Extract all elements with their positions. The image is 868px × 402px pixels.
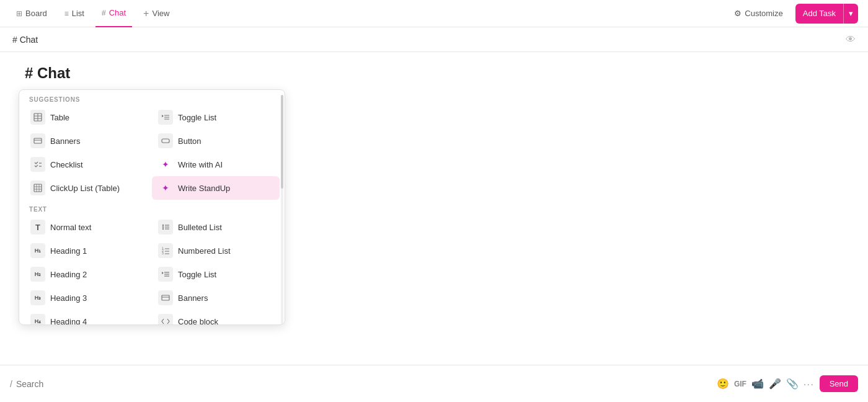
input-bar: / 🙂 GIF 📹 🎤 📎 ··· Send [0, 365, 868, 402]
add-task-main[interactable]: Add Task [795, 4, 843, 24]
suggestion-write-standup[interactable]: ✦ Write StandUp [152, 176, 280, 200]
suggestion-clickup-table[interactable]: ClickUp List (Table) [24, 176, 152, 200]
scrollbar-track [281, 95, 283, 325]
heading1-icon: H₁ [30, 243, 45, 258]
checklist-icon [30, 157, 45, 172]
nav-board[interactable]: ⊞ Board [10, 0, 53, 27]
checklist-label: Checklist [50, 160, 83, 169]
add-task-label: Add Task [803, 9, 836, 18]
suggestion-write-ai[interactable]: ✦ Write with AI [152, 153, 280, 176]
eye-icon[interactable]: 👁 [846, 34, 856, 45]
dropdown-scrollbar[interactable] [281, 90, 283, 324]
send-button[interactable]: Send [820, 375, 858, 392]
text-heading2[interactable]: H₂ Heading 2 [24, 262, 152, 286]
chat-label: Chat [109, 8, 126, 17]
text-bulleted[interactable]: Bulleted List [152, 215, 280, 239]
suggestion-table[interactable]: Table [24, 105, 152, 129]
text-normal[interactable]: T Normal text [24, 215, 152, 239]
breadcrumb-title: # Chat [12, 35, 38, 45]
bulleted-label: Bulleted List [178, 223, 222, 232]
numbered-icon: 1.2.3. [158, 243, 173, 258]
toggle2-icon [158, 267, 173, 282]
heading4-icon: H₄ [30, 314, 45, 325]
customize-button[interactable]: ⚙ Customize [728, 6, 789, 21]
suggestion-banners[interactable]: Banners [24, 129, 152, 153]
heading4-label: Heading 4 [50, 317, 87, 326]
more-icon[interactable]: ··· [804, 379, 815, 389]
text-heading1[interactable]: H₁ Heading 1 [24, 239, 152, 262]
svg-rect-13 [34, 184, 42, 192]
list-label: List [72, 9, 84, 18]
gear-icon: ⚙ [734, 9, 742, 18]
video-icon[interactable]: 📹 [751, 378, 764, 390]
add-task-dropdown[interactable]: ▾ [844, 4, 858, 24]
mic-icon[interactable]: 🎤 [769, 378, 781, 390]
banners-icon [30, 133, 45, 148]
page-heading: # Chat [25, 65, 843, 82]
table-label: Table [50, 113, 69, 122]
heading2-label: Heading 2 [50, 270, 87, 279]
search-input[interactable] [16, 379, 711, 389]
app-layout: ⊞ Board ≡ List # Chat + View ⚙ Customize [0, 0, 868, 402]
numbered-label: Numbered List [178, 246, 231, 256]
text-heading4[interactable]: H₄ Heading 4 [24, 310, 152, 325]
clickup-table-icon [30, 181, 45, 195]
nav-chat[interactable]: # Chat [95, 0, 132, 27]
suggestions-grid: Table Toggle List Banners [19, 105, 285, 200]
text-numbered[interactable]: 1.2.3. Numbered List [152, 239, 280, 262]
code-block-label: Code block [178, 317, 218, 326]
content-wrapper: # Chat ree to invite your teammates to s… [0, 52, 868, 402]
suggestion-button[interactable]: Button [152, 129, 280, 153]
list-icon: ≡ [64, 9, 69, 18]
svg-text:3.: 3. [162, 251, 164, 255]
svg-marker-33 [162, 272, 164, 274]
suggestions-label: SUGGESTIONS [19, 90, 285, 105]
normal-text-icon: T [30, 220, 45, 234]
banners-label: Banners [50, 136, 80, 146]
svg-point-19 [162, 226, 164, 228]
breadcrumb-bar: # Chat 👁 [0, 27, 868, 52]
write-ai-icon: ✦ [158, 157, 173, 172]
text-code-block[interactable]: Code block [152, 310, 280, 325]
add-task-button[interactable]: Add Task ▾ [795, 4, 858, 24]
heading2-icon: H₂ [30, 267, 45, 282]
hash-icon: # [102, 9, 106, 17]
text-toggle2[interactable]: Toggle List [152, 262, 280, 286]
button-label: Button [178, 136, 202, 146]
search-wrapper: / [10, 379, 711, 389]
paperclip-icon[interactable]: 📎 [786, 378, 799, 390]
normal-text-label: Normal text [50, 223, 91, 232]
text-heading3[interactable]: H₃ Heading 3 [24, 286, 152, 310]
top-nav: ⊞ Board ≡ List # Chat + View ⚙ Customize [0, 0, 868, 27]
clickup-table-label: ClickUp List (Table) [50, 184, 120, 193]
nav-view[interactable]: + View [137, 0, 175, 27]
svg-rect-8 [34, 138, 42, 143]
view-label: View [152, 9, 169, 18]
scrollbar-thumb [281, 95, 283, 189]
table-icon [30, 110, 45, 125]
gif-icon[interactable]: GIF [734, 380, 746, 388]
text-section-label: TEXT [19, 200, 285, 215]
write-standup-label: Write StandUp [178, 184, 230, 193]
svg-rect-34 [162, 295, 169, 300]
plus-icon: + [143, 8, 149, 19]
toggle2-label: Toggle List [178, 270, 216, 279]
nav-list[interactable]: ≡ List [58, 0, 91, 27]
emoji-icon[interactable]: 🙂 [717, 378, 729, 390]
nav-right: ⚙ Customize Add Task ▾ [728, 4, 858, 24]
svg-marker-7 [162, 115, 164, 117]
toggle-list-label: Toggle List [178, 113, 216, 122]
suggestion-checklist[interactable]: Checklist [24, 153, 152, 176]
code-block-icon [158, 314, 173, 325]
svg-rect-10 [162, 139, 169, 143]
slash-prefix: / [10, 379, 12, 389]
nav-tabs: ⊞ Board ≡ List # Chat + View [10, 0, 175, 27]
input-actions: 🙂 GIF 📹 🎤 📎 ··· Send [717, 375, 858, 392]
bulleted-icon [158, 220, 173, 234]
suggestion-toggle-list[interactable]: Toggle List [152, 105, 280, 129]
svg-point-20 [162, 228, 164, 230]
write-ai-label: Write with AI [178, 160, 223, 169]
text-banners2[interactable]: Banners [152, 286, 280, 310]
heading3-icon: H₃ [30, 290, 45, 305]
text-grid: T Normal text Bulleted List H₁ Heading 1 [19, 215, 285, 325]
